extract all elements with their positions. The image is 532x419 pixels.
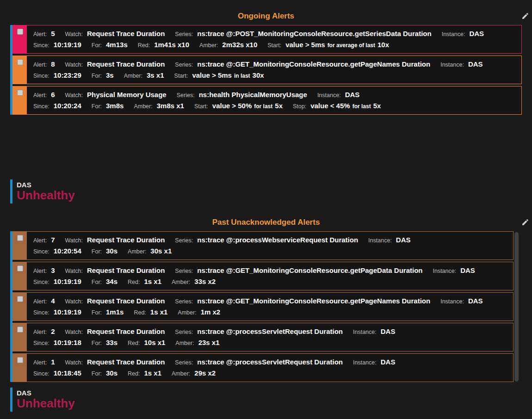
alert-field: Instance:DAS (433, 266, 475, 274)
field-label: Start: (174, 73, 188, 79)
field-label: Since: (33, 309, 49, 316)
past-alerts-section: Past Unacknowledged Alerts Alert:7Watch:… (0, 217, 532, 382)
field-label: Since: (33, 248, 49, 255)
field-value: Request Trace Duration (87, 297, 165, 305)
field-value: DAS (381, 327, 396, 335)
severity-color-block (13, 293, 27, 320)
edit-section-button[interactable] (521, 12, 530, 20)
field-value: 3m8s x1 (157, 102, 184, 110)
alert-field: Alert:4 (33, 297, 55, 305)
field-label: Instance: (368, 237, 392, 244)
alert-field: For:30s (92, 369, 118, 377)
alert-field: Red:1m41s x10 (138, 41, 189, 49)
field-value: 2 (51, 327, 55, 335)
past-alerts-header: Past Unacknowledged Alerts (10, 217, 522, 228)
field-value: value > 5ms (192, 71, 231, 79)
alert-field: Watch:Request Trace Duration (65, 266, 165, 274)
alert-select-checkbox[interactable] (17, 235, 23, 241)
alert-detail-line: Alert:5Watch:Request Trace DurationSerie… (33, 28, 518, 39)
edit-section-button[interactable] (521, 218, 530, 226)
alert-field: For:33s (92, 339, 118, 346)
alert-detail-line: Alert:2Watch:Request Trace DurationSerie… (33, 326, 509, 337)
field-value: ns:trace @:GET_MonitoringConsoleResource… (197, 266, 422, 274)
field-value: ns:trace @:GET_MonitoringConsoleResource… (197, 60, 430, 68)
field-value: 3m8s (106, 102, 124, 110)
field-label: Red: (128, 340, 140, 346)
field-label: Red: (134, 309, 146, 316)
field-value: ns:trace @:processServletRequest Duratio… (197, 327, 343, 335)
field-value: 10x (377, 41, 389, 49)
alert-select-checkbox[interactable] (17, 327, 23, 333)
field-label: Series: (175, 237, 193, 244)
field-value: 1s x1 (144, 277, 161, 285)
field-value: 33s x2 (194, 277, 216, 285)
alert-field: For:3m8s (92, 102, 124, 110)
alert-detail-line: Since:10:20:24For:3m8sAmber:3m8s x1Start… (33, 100, 518, 111)
field-value: 5x (275, 102, 283, 110)
alert-detail-line: Since:10:18:45For:30sRed:1s x1Amber:29s … (33, 368, 509, 379)
alert-field: Red:1s x1 (134, 308, 167, 316)
alert-field: Instance:DAS (353, 327, 395, 335)
alert-detail-line: Since:10:19:18For:33sRed:10s x1Amber:23s… (33, 337, 509, 348)
alert-field: Amber:30s x1 (128, 247, 172, 255)
alert-detail-line: Alert:3Watch:Request Trace DurationSerie… (33, 265, 509, 276)
field-value: DAS (469, 30, 484, 37)
field-value: 5 (51, 30, 55, 37)
alert-details: Alert:5Watch:Request Trace DurationSerie… (27, 25, 521, 53)
field-value: DAS (345, 91, 360, 99)
ongoing-alerts-list: Alert:5Watch:Request Trace DurationSerie… (10, 25, 522, 115)
ongoing-alerts-section: Ongoing Alerts Alert:5Watch:Request Trac… (0, 11, 532, 115)
field-value: 30s (106, 247, 118, 255)
field-value: 33s (106, 339, 118, 346)
field-value: 3s x1 (147, 71, 164, 79)
field-value: 1s x1 (150, 308, 168, 316)
alert-select-checkbox[interactable] (17, 296, 23, 302)
alert-field: Instance:DAS (353, 358, 395, 366)
field-label: Since: (33, 340, 49, 346)
alert-field: Series:ns:trace @:processWebserviceReque… (175, 236, 358, 244)
field-label: Series: (175, 268, 193, 274)
field-value: ns:trace @:GET_MonitoringConsoleResource… (197, 297, 430, 305)
field-value: 29s x2 (194, 369, 216, 377)
field-value: 10:19:19 (54, 277, 81, 285)
alert-field: Amber:3s x1 (124, 71, 164, 79)
field-value: value > 5ms (285, 41, 325, 49)
field-label: Red: (138, 42, 150, 49)
field-label: For: (92, 42, 102, 49)
field-label: Watch: (65, 268, 83, 274)
alert-details: Alert:3Watch:Request Trace DurationSerie… (27, 262, 513, 290)
alert-detail-line: Since:10:19:19For:34sRed:1s x1Amber:33s … (33, 276, 509, 287)
field-label: Red: (128, 370, 140, 377)
field-label: Amber: (124, 73, 142, 79)
vertical-scrollbar[interactable] (514, 232, 519, 382)
alert-select-checkbox[interactable] (17, 29, 23, 35)
alert-field: For:34s (92, 277, 118, 285)
alert-row: Alert:8Watch:Request Trace DurationSerie… (12, 55, 522, 84)
severity-color-block (13, 232, 27, 259)
field-value: 8 (51, 60, 55, 68)
field-label: Amber: (178, 309, 196, 316)
alert-select-checkbox[interactable] (17, 265, 23, 271)
field-label: Instance: (440, 62, 464, 68)
field-value: 10:19:19 (54, 308, 81, 316)
alert-field: Since:10:19:19 (33, 308, 81, 316)
alert-details: Alert:1Watch:Request Trace DurationSerie… (27, 354, 513, 382)
alert-select-checkbox[interactable] (17, 90, 23, 96)
field-label: Watch: (65, 298, 83, 305)
alert-select-checkbox[interactable] (17, 357, 23, 363)
alert-field: Since:10:19:18 (33, 339, 81, 346)
field-label: Instance: (442, 31, 465, 37)
alert-select-checkbox[interactable] (17, 59, 23, 65)
field-label: For: (92, 340, 102, 346)
alert-field: Series:ns:health PhysicalMemoryUsage (177, 91, 307, 99)
field-qualifier: for last (353, 103, 371, 110)
alert-field: Alert:8 (33, 60, 55, 68)
alert-details: Alert:2Watch:Request Trace DurationSerie… (27, 323, 513, 351)
alert-field: Watch:Request Trace Duration (65, 30, 165, 37)
field-value: value > 50% (212, 102, 252, 110)
alert-field: Series:ns:trace @:GET_MonitoringConsoleR… (175, 60, 430, 68)
alert-field: Alert:7 (33, 236, 55, 244)
field-value: DAS (468, 297, 483, 305)
alert-field: Since:10:20:54 (33, 247, 81, 255)
field-value: ns:trace @:processServletRequest Duratio… (197, 358, 343, 366)
